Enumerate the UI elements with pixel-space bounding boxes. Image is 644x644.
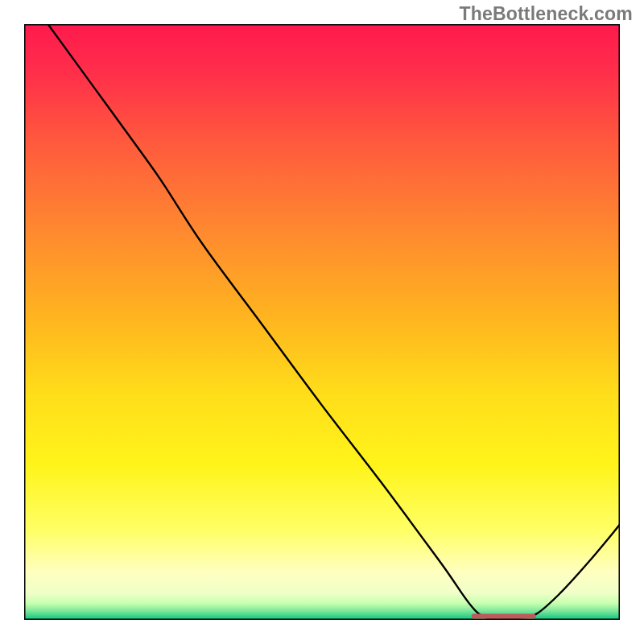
chart-svg [24, 24, 620, 620]
chart-area [24, 24, 620, 620]
watermark-text: TheBottleneck.com [459, 3, 633, 25]
chart-stage: TheBottleneck.com [0, 0, 644, 644]
